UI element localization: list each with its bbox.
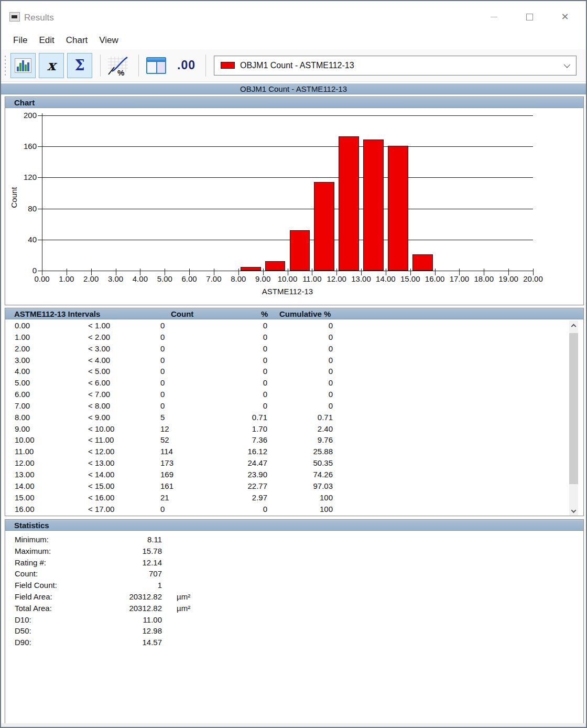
x-tick-label: 16.00 <box>423 274 447 283</box>
interval-percent: 7.36 <box>252 435 267 445</box>
interval-count: 0 <box>160 367 165 376</box>
statistics-header: Statistics <box>5 520 583 531</box>
y-tick-label: 40 <box>5 235 37 244</box>
minimize-button[interactable] <box>476 5 512 28</box>
interval-percent: 0 <box>263 505 267 514</box>
title-bar: Results ✕ <box>1 1 586 31</box>
interval-percent: 16.12 <box>247 447 267 456</box>
statistics-panel: Statistics Minimum:8.11Maximum:15.78Rati… <box>5 519 584 724</box>
interval-percent: 1.70 <box>252 424 267 434</box>
statistic-value: 11.00 <box>143 615 162 625</box>
table-row[interactable]: 11.00< 12.0011416.1225.88 <box>6 446 573 457</box>
interval-count: 0 <box>160 401 165 411</box>
statistic-label: Minimum: <box>15 535 49 544</box>
table-row[interactable]: 14.00< 15.0016122.7797.03 <box>6 480 573 492</box>
x-tick-label: 8.00 <box>226 274 251 283</box>
table-row[interactable]: 13.00< 14.0016923.9074.26 <box>6 469 573 480</box>
scrollbar[interactable] <box>569 320 578 516</box>
interval-percent: 0 <box>263 401 267 411</box>
table-row[interactable]: 12.00< 13.0017324.4750.35 <box>6 457 573 469</box>
table-row[interactable]: 0.00< 1.00000 <box>6 320 573 331</box>
interval-cumulative: 100 <box>320 493 333 502</box>
window-title: Results <box>24 13 54 23</box>
table-row[interactable]: 5.00< 6.00000 <box>6 377 573 389</box>
histogram-bar <box>265 261 286 271</box>
interval-percent: 0 <box>263 333 267 342</box>
toolbar-grip[interactable] <box>4 55 6 77</box>
scroll-up-button[interactable] <box>569 320 578 329</box>
x-tick-label: 2.00 <box>79 274 103 283</box>
y-axis-line <box>42 113 42 271</box>
window-bottom-frame <box>1 723 586 727</box>
table-row[interactable]: 3.00< 4.00000 <box>6 355 573 366</box>
table-row[interactable]: 2.00< 3.00000 <box>6 343 573 355</box>
interval-count: 173 <box>160 458 173 468</box>
statistics-list: Minimum:8.11Maximum:15.78Rating #:12.14C… <box>6 534 583 648</box>
x-tick-label: 4.00 <box>128 274 152 283</box>
series-dropdown[interactable]: OBJM1 Count - ASTME112-13 <box>214 56 577 76</box>
interval-from: 8.00 <box>15 413 30 422</box>
interval-cumulative: 25.88 <box>313 447 333 456</box>
close-button[interactable]: ✕ <box>547 5 583 28</box>
interval-count: 5 <box>160 413 165 422</box>
interval-cumulative: 100 <box>320 505 333 514</box>
statistic-row: Minimum:8.11 <box>6 534 583 545</box>
interval-cumulative: 74.26 <box>313 470 333 479</box>
table-row[interactable]: 6.00< 7.00000 <box>6 389 573 400</box>
interval-to: < 2.00 <box>88 333 110 342</box>
x-tick-label: 3.00 <box>104 274 128 283</box>
interval-to: < 15.00 <box>88 481 114 491</box>
decimal-places-button[interactable]: .00 <box>177 58 195 72</box>
interval-percent: 0 <box>263 344 267 354</box>
maximize-icon <box>526 14 533 20</box>
interval-from: 6.00 <box>15 390 30 399</box>
interval-percent: 24.47 <box>247 458 267 468</box>
maximize-button[interactable] <box>512 5 547 28</box>
x-values-button[interactable]: x <box>39 53 64 78</box>
table-row[interactable]: 7.00< 8.00000 <box>6 400 573 412</box>
histogram-bar <box>339 136 359 271</box>
table-row[interactable]: 4.00< 5.00000 <box>6 366 573 377</box>
interval-percent: 23.90 <box>247 470 267 479</box>
menu-view[interactable]: View <box>93 35 124 46</box>
menu-edit[interactable]: Edit <box>33 35 60 46</box>
menu-file[interactable]: File <box>7 35 33 46</box>
table-row[interactable]: 16.00< 17.0000100 <box>6 504 573 515</box>
chart-panel-header: Chart <box>5 97 583 108</box>
statistic-unit: µm² <box>177 592 190 602</box>
sum-button[interactable]: Σ <box>67 53 92 78</box>
table-row[interactable]: 1.00< 2.00000 <box>6 331 573 343</box>
y-tick-label: 200 <box>5 111 37 120</box>
table-row[interactable]: 9.00< 10.00121.702.40 <box>6 423 573 435</box>
interval-from: 0.00 <box>15 321 30 330</box>
interval-count: 12 <box>160 424 169 434</box>
statistic-value: 15.78 <box>142 547 162 556</box>
scroll-down-button[interactable] <box>569 507 578 516</box>
interval-cumulative: 0 <box>329 356 333 365</box>
statistic-row: Field Count:1 <box>6 580 583 591</box>
cumulative-percent-button[interactable]: % <box>105 53 131 78</box>
y-gridline <box>42 177 533 178</box>
col-header-cumulative: Cumulative % <box>279 309 331 319</box>
table-columns-button[interactable] <box>144 53 169 78</box>
y-tick-label: 120 <box>5 173 37 181</box>
histogram-bar <box>412 254 433 271</box>
chart-view-button[interactable] <box>10 53 36 78</box>
results-window: Results ✕ FileEditChartView x Σ <box>0 0 587 728</box>
table-row[interactable]: 10.00< 11.00527.369.76 <box>6 434 573 446</box>
menu-chart[interactable]: Chart <box>60 35 94 46</box>
table-row[interactable]: 15.00< 16.00212.97100 <box>6 492 573 504</box>
y-tick-label: 80 <box>5 205 37 213</box>
x-tick-label: 17.00 <box>447 274 471 283</box>
interval-to: < 17.00 <box>88 505 114 514</box>
interval-to: < 10.00 <box>88 424 114 434</box>
scrollbar-thumb[interactable] <box>569 333 578 484</box>
toolbar-separator <box>205 55 206 77</box>
interval-count: 0 <box>160 390 165 399</box>
y-gridline <box>42 115 533 116</box>
minimize-icon <box>491 17 497 17</box>
table-row[interactable]: 8.00< 9.0050.710.71 <box>6 412 573 423</box>
interval-count: 0 <box>160 356 165 365</box>
intervals-table: 0.00< 1.000001.00< 2.000002.00< 3.000003… <box>6 320 573 515</box>
statistic-label: D90: <box>15 638 31 647</box>
